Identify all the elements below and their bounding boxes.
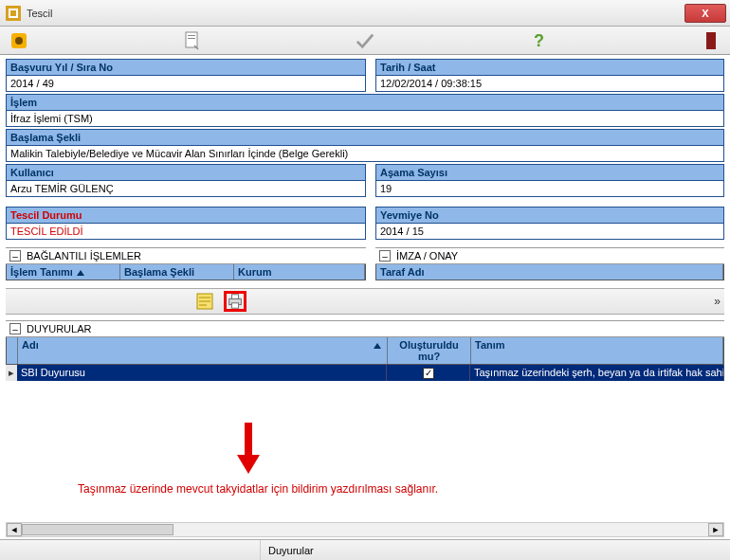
sort-asc-icon: [374, 343, 381, 349]
nav-icon[interactable]: [9, 31, 28, 50]
col-taraf-adi[interactable]: Taraf Adı: [376, 264, 723, 280]
notes-icon[interactable]: [195, 291, 218, 312]
cell-tanim: Taşınmaz üzerindeki şerh, beyan ya da ir…: [470, 365, 724, 381]
svg-rect-6: [188, 35, 195, 36]
svg-rect-9: [706, 32, 716, 49]
svg-rect-13: [231, 303, 238, 308]
section-duyurular: – DUYURULAR Adı Oluşturuldu mu? Tanım ▸ …: [6, 320, 724, 381]
horizontal-scrollbar[interactable]: ◄ ►: [6, 522, 724, 537]
scroll-left-icon[interactable]: ◄: [7, 523, 22, 536]
grid-head-duyurular: Adı Oluşturuldu mu? Tanım: [6, 337, 724, 365]
value-tescil: TESCİL EDİLDİ: [7, 224, 365, 239]
content-area: Başvuru Yıl / Sıra No 2014 / 49 Tarih / …: [0, 55, 730, 539]
value-tarih[interactable]: 12/02/2014 / 09:38:15: [376, 76, 723, 91]
value-islem[interactable]: İfraz İşlemi (TSM): [7, 111, 723, 126]
svg-rect-12: [231, 295, 238, 299]
col-adi[interactable]: Adı: [18, 337, 388, 364]
field-yevmiye: Yevmiye No 2014 / 15: [375, 207, 724, 240]
status-tab-duyurular[interactable]: Duyurular: [260, 540, 321, 560]
row-indicator-icon: ▸: [6, 365, 17, 381]
window-titlebar: Tescil X: [0, 0, 730, 27]
help-icon[interactable]: ?: [529, 31, 548, 50]
section-title-baglantili: BAĞLANTILI İŞLEMLER: [27, 250, 141, 262]
collapse-icon[interactable]: –: [9, 250, 21, 262]
value-asama[interactable]: 19: [376, 181, 723, 196]
svg-rect-7: [188, 38, 195, 39]
label-kullanici: Kullanıcı: [7, 165, 365, 181]
svg-text:?: ?: [534, 31, 544, 50]
grid-head-imza: Taraf Adı: [375, 264, 724, 280]
collapse-icon[interactable]: –: [9, 323, 21, 334]
svg-rect-5: [186, 32, 197, 47]
value-yevmiye[interactable]: 2014 / 15: [376, 224, 723, 239]
print-button[interactable]: [224, 291, 246, 312]
field-islem: İşlem İfraz İşlemi (TSM): [6, 94, 724, 127]
cell-adi: SBI Duyurusu: [17, 365, 387, 381]
value-kullanici[interactable]: Arzu TEMİR GÜLENÇ: [7, 181, 365, 196]
label-islem: İşlem: [7, 95, 723, 111]
col-tanim[interactable]: Tanım: [471, 337, 723, 364]
col-baslama-sekli[interactable]: Başlama Şekli: [120, 264, 234, 280]
section-imza: – İMZA / ONAY: [375, 247, 724, 264]
status-bar: Duyurular: [0, 539, 730, 560]
field-baslama: Başlama Şekli Malikin Talebiyle/Belediye…: [6, 129, 724, 162]
collapse-icon[interactable]: –: [379, 250, 391, 262]
field-basvuru: Başvuru Yıl / Sıra No 2014 / 49: [6, 59, 366, 92]
label-yevmiye: Yevmiye No: [376, 208, 723, 224]
overflow-icon[interactable]: »: [714, 295, 721, 308]
label-tescil: Tescil Durumu: [7, 208, 365, 224]
section-title-imza: İMZA / ONAY: [396, 250, 458, 262]
status-cell-empty: [4, 540, 260, 560]
checkbox-icon[interactable]: ✓: [423, 368, 434, 379]
exit-icon[interactable]: [702, 31, 721, 50]
field-kullanici: Kullanıcı Arzu TEMİR GÜLENÇ: [6, 164, 366, 197]
svg-marker-15: [237, 455, 260, 474]
scroll-right-icon[interactable]: ►: [708, 523, 723, 536]
label-basvuru: Başvuru Yıl / Sıra No: [7, 60, 365, 76]
section-baglantili: – BAĞLANTILI İŞLEMLER: [6, 247, 366, 264]
sort-asc-icon: [77, 270, 84, 276]
label-asama: Aşama Sayısı: [376, 165, 723, 181]
annotation-arrow-icon: [237, 423, 260, 476]
cell-olusturuldu[interactable]: ✓: [387, 365, 470, 381]
col-islem-tanimi[interactable]: İşlem Tanımı: [7, 264, 120, 280]
col-olusturuldu[interactable]: Oluşturuldu mu?: [388, 337, 471, 364]
close-button[interactable]: X: [684, 4, 726, 23]
svg-rect-2: [10, 10, 16, 16]
mid-toolbar: »: [6, 288, 724, 315]
label-baslama: Başlama Şekli: [7, 130, 723, 146]
scroll-thumb[interactable]: [22, 524, 173, 535]
document-icon[interactable]: [183, 31, 202, 50]
svg-point-4: [15, 37, 23, 45]
app-icon: [6, 6, 21, 21]
label-tarih: Tarih / Saat: [376, 60, 723, 76]
annotation-text: Taşınmaz üzerinde mevcut takyidatlar içi…: [78, 481, 438, 497]
grid-head-baglantili: İşlem Tanımı Başlama Şekli Kurum: [6, 264, 366, 280]
col-kurum[interactable]: Kurum: [234, 264, 365, 280]
field-tarih: Tarih / Saat 12/02/2014 / 09:38:15: [375, 59, 724, 92]
field-tescil: Tescil Durumu TESCİL EDİLDİ: [6, 207, 366, 240]
confirm-icon[interactable]: [356, 31, 374, 50]
window-title: Tescil: [27, 8, 53, 19]
table-row[interactable]: ▸ SBI Duyurusu ✓ Taşınmaz üzerindeki şer…: [6, 365, 724, 381]
value-baslama[interactable]: Malikin Talebiyle/Belediye ve Mücavir Al…: [7, 146, 723, 161]
section-title-duyurular: DUYURULAR: [27, 323, 91, 334]
field-asama: Aşama Sayısı 19: [375, 164, 724, 197]
value-basvuru[interactable]: 2014 / 49: [7, 76, 365, 91]
svg-rect-14: [245, 423, 252, 457]
main-toolbar: ?: [0, 27, 730, 55]
